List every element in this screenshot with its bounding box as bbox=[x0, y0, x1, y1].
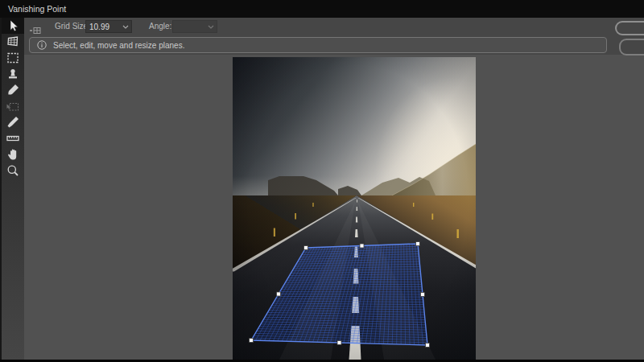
photo-canvas[interactable] bbox=[233, 57, 476, 360]
perspective-grid[interactable] bbox=[233, 57, 476, 360]
status-bar: Select, edit, move and resize planes. bbox=[29, 37, 607, 53]
cropped-pill-button-2[interactable] bbox=[619, 39, 644, 56]
brush-tool-icon bbox=[5, 82, 21, 98]
angle-label: Angle: bbox=[149, 18, 171, 35]
eyedropper-tool-icon bbox=[5, 114, 21, 130]
dialog-titlebar: Vanishing Point bbox=[0, 0, 644, 18]
transform-tool[interactable] bbox=[2, 98, 24, 114]
status-message: Select, edit, move and resize planes. bbox=[53, 41, 184, 50]
marquee-tool-icon bbox=[5, 50, 21, 66]
stamp-tool-icon bbox=[5, 66, 21, 82]
tool-options-icon bbox=[30, 23, 41, 37]
vanishing-point-dialog: Vanishing Point Grid Size: 10.99 Angle: bbox=[0, 0, 644, 362]
marquee-tool[interactable] bbox=[2, 50, 24, 66]
create-plane-tool-icon bbox=[5, 34, 21, 50]
hand-tool[interactable] bbox=[2, 146, 24, 162]
info-icon bbox=[37, 40, 47, 50]
stamp-tool[interactable] bbox=[2, 66, 24, 82]
edit-plane-tool-icon bbox=[5, 18, 21, 34]
angle-dropdown[interactable] bbox=[172, 20, 217, 33]
zoom-tool[interactable] bbox=[2, 162, 24, 179]
transform-tool-icon bbox=[5, 98, 21, 114]
grid-size-value: 10.99 bbox=[86, 23, 109, 31]
cropped-pill-button-1[interactable] bbox=[615, 21, 644, 35]
measure-tool-icon bbox=[5, 130, 21, 146]
zoom-tool-icon bbox=[5, 162, 21, 179]
tool-palette bbox=[0, 18, 24, 362]
eyedropper-tool[interactable] bbox=[2, 114, 24, 130]
create-plane-tool[interactable] bbox=[2, 34, 24, 50]
dialog-title: Vanishing Point bbox=[8, 4, 66, 14]
brush-tool[interactable] bbox=[2, 82, 24, 98]
measure-tool[interactable] bbox=[2, 130, 24, 146]
hand-tool-icon bbox=[5, 146, 21, 162]
edit-plane-tool[interactable] bbox=[2, 18, 24, 34]
grid-size-dropdown[interactable]: 10.99 bbox=[85, 20, 132, 33]
chevron-down-icon bbox=[208, 25, 217, 29]
chevron-down-icon bbox=[122, 25, 131, 29]
